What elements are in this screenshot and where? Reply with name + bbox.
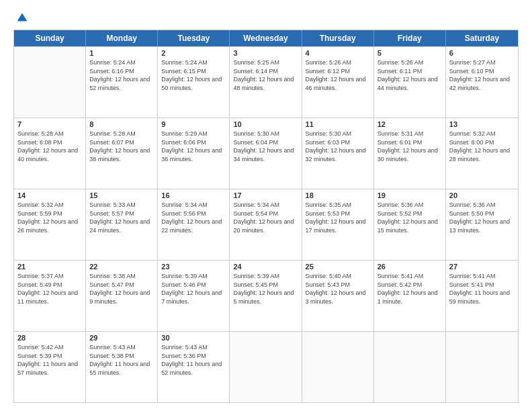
day-number: 10	[233, 120, 298, 128]
day-detail: Sunrise: 5:28 AM Sunset: 6:07 PM Dayligh…	[89, 130, 154, 163]
calendar-cell	[230, 332, 302, 402]
day-number: 17	[233, 191, 298, 199]
calendar-cell: 21Sunrise: 5:37 AM Sunset: 5:49 PM Dayli…	[14, 261, 86, 331]
day-number: 28	[17, 334, 82, 342]
calendar-cell: 10Sunrise: 5:30 AM Sunset: 6:04 PM Dayli…	[230, 118, 302, 189]
header-day-friday: Friday	[374, 30, 446, 46]
day-detail: Sunrise: 5:26 AM Sunset: 6:11 PM Dayligh…	[378, 58, 442, 92]
day-detail: Sunrise: 5:28 AM Sunset: 6:08 PM Dayligh…	[17, 130, 82, 163]
day-detail: Sunrise: 5:34 AM Sunset: 5:54 PM Dayligh…	[233, 201, 298, 234]
day-number: 9	[161, 120, 226, 128]
svg-marker-0	[17, 13, 28, 21]
day-detail: Sunrise: 5:25 AM Sunset: 6:14 PM Dayligh…	[233, 58, 298, 92]
day-detail: Sunrise: 5:40 AM Sunset: 5:43 PM Dayligh…	[306, 272, 370, 306]
day-number: 2	[161, 49, 226, 57]
calendar-body: 1Sunrise: 5:24 AM Sunset: 6:16 PM Daylig…	[14, 46, 518, 402]
calendar-week-5: 28Sunrise: 5:42 AM Sunset: 5:39 PM Dayli…	[14, 331, 518, 402]
header-day-monday: Monday	[86, 30, 158, 46]
day-number: 6	[449, 49, 515, 57]
calendar-cell: 18Sunrise: 5:35 AM Sunset: 5:53 PM Dayli…	[302, 189, 374, 260]
calendar-cell: 27Sunrise: 5:41 AM Sunset: 5:41 PM Dayli…	[446, 261, 518, 331]
calendar-cell: 3Sunrise: 5:25 AM Sunset: 6:14 PM Daylig…	[230, 47, 302, 118]
day-number: 15	[89, 191, 154, 199]
day-detail: Sunrise: 5:24 AM Sunset: 6:15 PM Dayligh…	[161, 58, 226, 92]
day-number: 13	[449, 120, 515, 128]
day-detail: Sunrise: 5:38 AM Sunset: 5:47 PM Dayligh…	[89, 272, 154, 306]
day-number: 11	[306, 120, 370, 128]
calendar-header: SundayMondayTuesdayWednesdayThursdayFrid…	[14, 30, 518, 46]
calendar-cell	[14, 47, 86, 118]
day-detail: Sunrise: 5:27 AM Sunset: 6:10 PM Dayligh…	[449, 58, 515, 92]
header-day-saturday: Saturday	[446, 30, 518, 46]
header-day-sunday: Sunday	[14, 30, 86, 46]
day-detail: Sunrise: 5:37 AM Sunset: 5:49 PM Dayligh…	[17, 272, 82, 306]
header-day-thursday: Thursday	[302, 30, 374, 46]
day-number: 14	[17, 191, 82, 199]
day-number: 5	[378, 49, 442, 57]
day-detail: Sunrise: 5:42 AM Sunset: 5:39 PM Dayligh…	[17, 343, 82, 377]
header-day-tuesday: Tuesday	[158, 30, 230, 46]
calendar-cell: 19Sunrise: 5:36 AM Sunset: 5:52 PM Dayli…	[374, 189, 446, 260]
calendar-cell: 15Sunrise: 5:33 AM Sunset: 5:57 PM Dayli…	[86, 189, 158, 260]
day-detail: Sunrise: 5:31 AM Sunset: 6:01 PM Dayligh…	[378, 130, 442, 163]
day-number: 25	[306, 263, 370, 271]
day-detail: Sunrise: 5:43 AM Sunset: 5:36 PM Dayligh…	[161, 343, 226, 377]
calendar-cell: 24Sunrise: 5:39 AM Sunset: 5:45 PM Dayli…	[230, 261, 302, 331]
day-detail: Sunrise: 5:30 AM Sunset: 6:03 PM Dayligh…	[306, 130, 370, 163]
day-number: 8	[89, 120, 154, 128]
day-number: 20	[449, 191, 515, 199]
day-number: 1	[89, 49, 154, 57]
calendar-cell: 20Sunrise: 5:36 AM Sunset: 5:50 PM Dayli…	[446, 189, 518, 260]
calendar-cell: 25Sunrise: 5:40 AM Sunset: 5:43 PM Dayli…	[302, 261, 374, 331]
calendar-cell	[302, 332, 374, 402]
day-detail: Sunrise: 5:39 AM Sunset: 5:45 PM Dayligh…	[233, 272, 298, 306]
calendar-cell: 17Sunrise: 5:34 AM Sunset: 5:54 PM Dayli…	[230, 189, 302, 260]
day-detail: Sunrise: 5:26 AM Sunset: 6:12 PM Dayligh…	[306, 58, 370, 92]
calendar-cell: 14Sunrise: 5:32 AM Sunset: 5:59 PM Dayli…	[14, 189, 86, 260]
day-number: 30	[161, 334, 226, 342]
logo	[13, 12, 28, 24]
day-number: 18	[306, 191, 370, 199]
day-number: 24	[233, 263, 298, 271]
day-detail: Sunrise: 5:39 AM Sunset: 5:46 PM Dayligh…	[161, 272, 226, 306]
day-detail: Sunrise: 5:41 AM Sunset: 5:41 PM Dayligh…	[449, 272, 515, 306]
calendar-cell: 6Sunrise: 5:27 AM Sunset: 6:10 PM Daylig…	[446, 47, 518, 118]
page: SundayMondayTuesdayWednesdayThursdayFrid…	[0, 0, 532, 411]
day-detail: Sunrise: 5:43 AM Sunset: 5:38 PM Dayligh…	[89, 343, 154, 377]
day-detail: Sunrise: 5:34 AM Sunset: 5:56 PM Dayligh…	[161, 201, 226, 234]
day-number: 3	[233, 49, 298, 57]
calendar-cell: 7Sunrise: 5:28 AM Sunset: 6:08 PM Daylig…	[14, 118, 86, 189]
day-number: 23	[161, 263, 226, 271]
calendar-cell: 12Sunrise: 5:31 AM Sunset: 6:01 PM Dayli…	[374, 118, 446, 189]
day-number: 16	[161, 191, 226, 199]
calendar-cell: 8Sunrise: 5:28 AM Sunset: 6:07 PM Daylig…	[86, 118, 158, 189]
calendar-cell: 4Sunrise: 5:26 AM Sunset: 6:12 PM Daylig…	[302, 47, 374, 118]
calendar-cell: 2Sunrise: 5:24 AM Sunset: 6:15 PM Daylig…	[158, 47, 230, 118]
calendar-cell: 5Sunrise: 5:26 AM Sunset: 6:11 PM Daylig…	[374, 47, 446, 118]
calendar-cell	[374, 332, 446, 402]
day-detail: Sunrise: 5:24 AM Sunset: 6:16 PM Dayligh…	[89, 58, 154, 92]
calendar: SundayMondayTuesdayWednesdayThursdayFrid…	[13, 30, 519, 403]
calendar-cell: 26Sunrise: 5:41 AM Sunset: 5:42 PM Dayli…	[374, 261, 446, 331]
day-detail: Sunrise: 5:36 AM Sunset: 5:50 PM Dayligh…	[449, 201, 515, 234]
day-number: 27	[449, 263, 515, 271]
logo-icon	[16, 12, 28, 24]
header-day-wednesday: Wednesday	[230, 30, 302, 46]
calendar-week-2: 7Sunrise: 5:28 AM Sunset: 6:08 PM Daylig…	[14, 118, 518, 189]
day-number: 26	[378, 263, 442, 271]
day-number: 12	[378, 120, 442, 128]
day-number: 22	[89, 263, 154, 271]
day-number: 21	[17, 263, 82, 271]
day-detail: Sunrise: 5:33 AM Sunset: 5:57 PM Dayligh…	[89, 201, 154, 234]
calendar-week-4: 21Sunrise: 5:37 AM Sunset: 5:49 PM Dayli…	[14, 260, 518, 331]
calendar-cell	[446, 332, 518, 402]
calendar-cell: 1Sunrise: 5:24 AM Sunset: 6:16 PM Daylig…	[86, 47, 158, 118]
calendar-cell: 11Sunrise: 5:30 AM Sunset: 6:03 PM Dayli…	[302, 118, 374, 189]
day-detail: Sunrise: 5:35 AM Sunset: 5:53 PM Dayligh…	[306, 201, 370, 234]
day-detail: Sunrise: 5:41 AM Sunset: 5:42 PM Dayligh…	[378, 272, 442, 306]
calendar-cell: 13Sunrise: 5:32 AM Sunset: 6:00 PM Dayli…	[446, 118, 518, 189]
calendar-cell: 22Sunrise: 5:38 AM Sunset: 5:47 PM Dayli…	[86, 261, 158, 331]
day-number: 4	[306, 49, 370, 57]
day-detail: Sunrise: 5:32 AM Sunset: 6:00 PM Dayligh…	[449, 130, 515, 163]
header	[13, 12, 519, 24]
